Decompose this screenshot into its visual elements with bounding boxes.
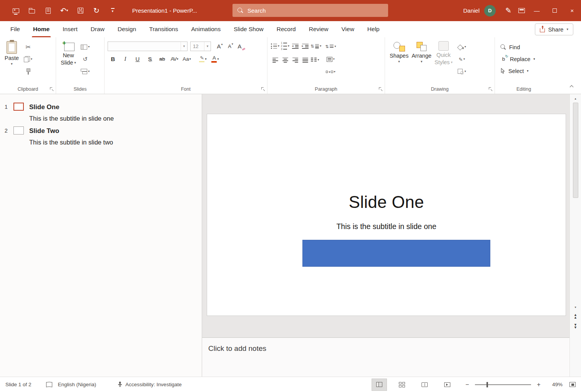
slide-sorter-view-button[interactable] [395, 379, 409, 390]
outline-slide-subtitle[interactable]: This is the subtitle in slide two [29, 135, 196, 146]
tab-home[interactable]: Home [27, 21, 56, 37]
tab-slide-show[interactable]: Slide Show [227, 21, 270, 37]
outline-slide-1[interactable]: 1 Slide One This is the subtitle in slid… [0, 99, 202, 123]
strikethrough-button[interactable]: ab [157, 54, 168, 64]
justify-button[interactable] [300, 55, 310, 65]
reset-button[interactable]: ↺ [81, 55, 90, 64]
text-direction-button[interactable]: ⇅▾ [325, 42, 336, 51]
slide-indicator[interactable]: Slide 1 of 2 [5, 382, 32, 387]
font-color-button[interactable]: A▾ [210, 54, 221, 64]
scroll-up-button[interactable]: ▴ [570, 94, 581, 103]
search-box[interactable]: Search [232, 4, 388, 17]
outline-slide-2[interactable]: 2 Slide Two This is the subtitle in slid… [0, 123, 202, 146]
maximize-button[interactable] [546, 0, 563, 21]
grow-font-button[interactable]: A▴ [214, 42, 225, 51]
tab-review[interactable]: Review [302, 21, 335, 37]
accessibility-status[interactable]: Accessibility: Investigate [125, 382, 181, 387]
highlight-color-button[interactable]: ✎▾ [198, 54, 208, 64]
underline-button[interactable]: U [132, 54, 143, 64]
zoom-in-button[interactable]: + [534, 381, 543, 388]
paste-button[interactable]: Paste ▾ [3, 39, 20, 76]
shapes-button[interactable]: Shapes ▾ [388, 39, 410, 76]
font-name-select[interactable]: ▾ [108, 42, 188, 51]
clipboard-dialog-launcher[interactable] [50, 87, 54, 91]
shape-fill-button[interactable]: ▾ [457, 42, 466, 51]
tab-view[interactable]: View [335, 21, 361, 37]
slide-title[interactable]: Slide One [207, 193, 566, 212]
outline-slide-subtitle[interactable]: This is the subtitle in slide one [29, 111, 196, 123]
italic-button[interactable]: I [120, 54, 131, 64]
shape-outline-button[interactable]: ✎▾ [457, 55, 466, 64]
zoom-slider[interactable] [475, 384, 531, 385]
convert-to-smartart-button[interactable]: ▾▾ [325, 67, 336, 76]
inking-button[interactable]: ✎ [502, 4, 515, 17]
character-spacing-button[interactable]: AV▾ [169, 54, 180, 64]
tab-insert[interactable]: Insert [56, 21, 84, 37]
start-slideshow-button[interactable] [9, 4, 22, 17]
outline-slide-title[interactable]: Slide Two [29, 126, 196, 135]
slide-thumbnail-2[interactable] [13, 126, 24, 135]
text-shadow-button[interactable]: S [144, 54, 155, 64]
open-button[interactable] [25, 4, 38, 17]
tab-design[interactable]: Design [111, 21, 143, 37]
align-right-button[interactable] [290, 55, 300, 65]
layout-button[interactable]: ▾ [81, 42, 90, 51]
tab-record[interactable]: Record [270, 21, 302, 37]
shrink-font-button[interactable]: A▾ [225, 42, 236, 51]
outline-slide-title[interactable]: Slide One [29, 103, 196, 111]
minimize-button[interactable]: — [528, 0, 546, 21]
slide-canvas[interactable]: Slide One This is the subtitle in slide … [207, 114, 566, 316]
font-size-select[interactable]: 12▾ [190, 42, 211, 51]
zoom-slider-thumb[interactable] [486, 382, 488, 387]
zoom-out-button[interactable]: − [463, 381, 472, 388]
save-button[interactable] [74, 4, 87, 17]
paragraph-dialog-launcher[interactable] [378, 87, 383, 91]
content-shape[interactable] [302, 240, 490, 267]
columns-button[interactable]: ▾ [310, 55, 320, 65]
close-button[interactable]: × [563, 0, 581, 21]
align-left-button[interactable] [271, 55, 280, 65]
drawing-dialog-launcher[interactable] [488, 87, 493, 91]
tab-transitions[interactable]: Transitions [143, 21, 184, 37]
tab-help[interactable]: Help [361, 21, 386, 37]
tab-draw[interactable]: Draw [84, 21, 111, 37]
ribbon-display-options-button[interactable] [515, 4, 528, 17]
tab-animations[interactable]: Animations [184, 21, 227, 37]
spell-check-icon[interactable] [46, 382, 53, 387]
zoom-level[interactable]: 49% [547, 382, 563, 387]
scroll-down-button[interactable]: ▾ [570, 303, 581, 311]
change-case-button[interactable]: Aa▾ [181, 54, 192, 64]
tab-file[interactable]: File [4, 21, 27, 37]
collapse-ribbon-button[interactable] [567, 83, 576, 90]
language-indicator[interactable]: English (Nigeria) [58, 382, 96, 387]
find-button[interactable]: Find [498, 41, 551, 53]
new-file-button[interactable] [42, 4, 55, 17]
share-button[interactable]: Share ▾ [535, 23, 573, 35]
clear-formatting-button[interactable]: A [236, 42, 247, 51]
customize-qat-button[interactable]: ▾ [106, 4, 119, 17]
decrease-indent-button[interactable] [290, 42, 300, 51]
align-center-button[interactable] [281, 55, 290, 65]
next-slide-button[interactable]: ▼▼ [570, 321, 581, 331]
bold-button[interactable]: B [108, 54, 118, 64]
user-name[interactable]: Daniel [463, 7, 480, 14]
accessibility-icon[interactable] [118, 382, 122, 387]
slide-show-button[interactable] [440, 379, 455, 390]
slide-subtitle[interactable]: This is the subtitle in slide one [207, 222, 566, 231]
numbering-button[interactable]: ▾ [281, 42, 290, 51]
quick-styles-button[interactable]: Quick Styles▾ [433, 39, 454, 76]
line-spacing-button[interactable]: ⇅▾ [310, 42, 321, 51]
new-slide-button[interactable]: + New Slide▾ [59, 39, 78, 76]
notes-placeholder[interactable]: Click to add notes [208, 344, 569, 353]
reading-view-button[interactable] [417, 379, 432, 390]
arrange-button[interactable]: Arrange ▾ [410, 39, 433, 76]
select-button[interactable]: Select ▾ [498, 65, 551, 77]
scrollbar-thumb[interactable] [573, 103, 578, 198]
avatar[interactable]: D [484, 5, 496, 17]
replace-button[interactable]: b↻ Replace ▾ [498, 53, 551, 65]
cut-button[interactable]: ✂ [23, 42, 33, 51]
normal-view-button[interactable] [372, 379, 387, 390]
section-button[interactable]: ▾ [81, 67, 90, 76]
copy-button[interactable]: ▾ [23, 55, 33, 64]
format-painter-button[interactable] [23, 67, 33, 76]
